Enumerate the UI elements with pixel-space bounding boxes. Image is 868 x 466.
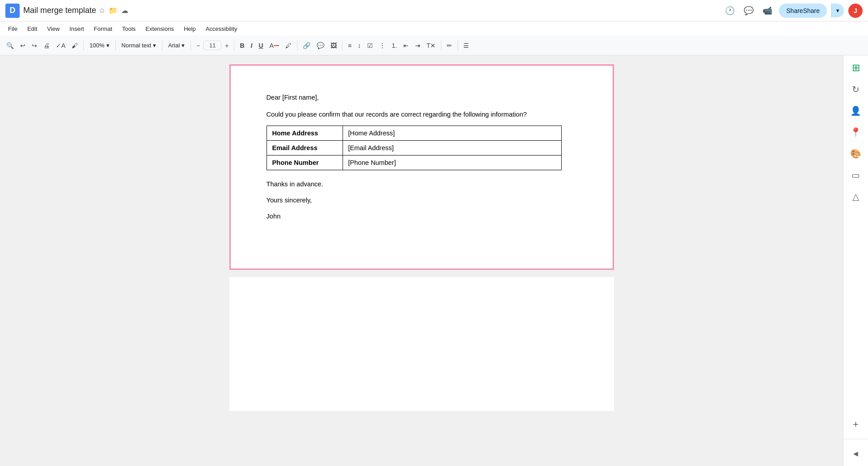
align-button[interactable]: ≡ xyxy=(345,40,354,51)
table-value-email: [Email Address] xyxy=(343,141,561,155)
expand-sidebar-icon[interactable]: ◀ xyxy=(847,445,865,462)
menu-extensions[interactable]: Extensions xyxy=(141,24,178,34)
font-size-decrease-button[interactable]: − xyxy=(194,40,203,51)
increase-indent-button[interactable]: ⇥ xyxy=(412,40,423,51)
doc-icon-letter: D xyxy=(10,6,16,15)
menu-format[interactable]: Format xyxy=(89,24,117,34)
title-bar: D Mail merge template ☆ 📁 ☁ 🕐 💬 📹 ShareS… xyxy=(0,0,868,21)
font-chevron-icon: ▾ xyxy=(182,42,185,49)
right-sidebar: ⊞ ↻ 👤 📍 🎨 ▭ △ + ◀ xyxy=(843,55,868,466)
greeting-text: Dear [First name], xyxy=(267,92,577,102)
font-size-increase-button[interactable]: + xyxy=(222,40,231,51)
font-size-input[interactable]: 11 xyxy=(203,41,221,50)
toolbar-divider-2 xyxy=(115,40,116,51)
paint-format-button[interactable]: 🖌 xyxy=(69,40,80,51)
title-icons: ☆ 📁 ☁ xyxy=(99,6,128,15)
font-value: Arial xyxy=(168,42,180,49)
folder-icon[interactable]: 📁 xyxy=(109,6,118,15)
redo-button[interactable]: ↪ xyxy=(29,40,40,51)
paragraph-style-chevron-icon: ▾ xyxy=(153,42,156,49)
image-button[interactable]: 🖼 xyxy=(328,40,339,51)
comments-button[interactable]: 💬 xyxy=(741,4,756,18)
paragraph-style-select[interactable]: Normal text ▾ xyxy=(119,41,159,50)
table-row: Home Address [Home Address] xyxy=(267,126,561,141)
toolbar-divider-6 xyxy=(297,40,297,51)
checklist-button[interactable]: ☑ xyxy=(364,40,376,51)
title-right: 🕐 💬 📹 ShareShare ▾ J xyxy=(723,4,863,18)
paragraph-style-value: Normal text xyxy=(122,42,151,49)
print-button[interactable]: 🖨 xyxy=(41,40,52,51)
closing1-text: Thanks in advance. xyxy=(267,179,577,189)
link-button[interactable]: 🔗 xyxy=(300,40,313,51)
maps-sidebar-icon[interactable]: 📍 xyxy=(847,123,865,141)
slides-sidebar-icon[interactable]: ▭ xyxy=(847,166,865,184)
spellcheck-button[interactable]: ✓A xyxy=(53,40,68,51)
toolbar-divider-5 xyxy=(234,40,234,51)
text-color-button[interactable]: A xyxy=(267,40,282,51)
drive-sidebar-icon[interactable]: △ xyxy=(847,188,865,206)
highlight-button[interactable]: 🖊 xyxy=(283,40,294,51)
numbered-list-button[interactable]: 1. xyxy=(389,40,400,51)
comment-button[interactable]: 💬 xyxy=(314,40,327,51)
share-dropdown[interactable]: ▾ xyxy=(831,4,844,17)
zoom-select[interactable]: 100% ▾ xyxy=(86,41,112,50)
font-select[interactable]: Arial ▾ xyxy=(165,41,188,50)
bullet-list-button[interactable]: ⋮ xyxy=(377,40,388,51)
table-value-phone: [Phone Number] xyxy=(343,155,561,170)
info-table: Home Address [Home Address] Email Addres… xyxy=(267,126,562,170)
toolbar-divider-9 xyxy=(457,40,458,51)
signature-text: John xyxy=(267,211,577,221)
loop-sidebar-icon[interactable]: ↻ xyxy=(847,80,865,98)
body-text: Could you please confirm that our record… xyxy=(267,109,577,119)
toolbar: 🔍 ↩ ↪ 🖨 ✓A 🖌 100% ▾ Normal text ▾ Arial … xyxy=(0,36,868,55)
underline-button[interactable]: U xyxy=(256,40,266,51)
italic-button[interactable]: I xyxy=(248,40,255,51)
cloud-icon[interactable]: ☁ xyxy=(121,6,128,15)
edit-mode-button[interactable]: ✏ xyxy=(444,40,455,51)
menu-view[interactable]: View xyxy=(42,24,64,34)
closing2-text: Yours sincerely, xyxy=(267,195,577,205)
bold-button[interactable]: B xyxy=(237,40,247,51)
menu-edit[interactable]: Edit xyxy=(23,24,42,34)
table-label-email: Email Address xyxy=(267,141,343,155)
menu-insert[interactable]: Insert xyxy=(65,24,89,34)
menu-help[interactable]: Help xyxy=(179,24,200,34)
doc-title[interactable]: Mail merge template xyxy=(23,6,96,15)
doc-area[interactable]: Dear [First name], Could you please conf… xyxy=(0,55,843,466)
menu-file[interactable]: File xyxy=(4,24,22,34)
doc-icon: D xyxy=(5,4,20,18)
document-page-2 xyxy=(229,277,614,411)
search-button[interactable]: 🔍 xyxy=(4,40,17,51)
toolbar-divider-3 xyxy=(162,40,162,51)
menu-accessibility[interactable]: Accessibility xyxy=(201,24,242,34)
table-row: Phone Number [Phone Number] xyxy=(267,155,561,170)
table-row: Email Address [Email Address] xyxy=(267,141,561,155)
add-sidebar-icon[interactable]: + xyxy=(847,416,865,433)
zoom-value: 100% xyxy=(89,42,104,49)
document-page-1: Dear [First name], Could you please conf… xyxy=(229,64,614,270)
table-value-home: [Home Address] xyxy=(343,126,561,141)
share-button[interactable]: ShareShare xyxy=(779,4,827,18)
history-button[interactable]: 🕐 xyxy=(723,4,737,18)
undo-button[interactable]: ↩ xyxy=(17,40,28,51)
star-icon[interactable]: ☆ xyxy=(99,6,105,15)
clear-format-button[interactable]: T✕ xyxy=(424,40,439,51)
toolbar-divider-4 xyxy=(191,40,191,51)
avatar[interactable]: J xyxy=(848,4,863,18)
contacts-sidebar-icon[interactable]: 👤 xyxy=(847,102,865,120)
table-label-home: Home Address xyxy=(267,126,343,141)
main-layout: Dear [First name], Could you please conf… xyxy=(0,55,868,466)
line-spacing-button[interactable]: ↕ xyxy=(355,40,364,51)
menu-tools[interactable]: Tools xyxy=(118,24,140,34)
brush-sidebar-icon[interactable]: 🎨 xyxy=(847,145,865,163)
toolbar-divider-8 xyxy=(441,40,441,51)
decrease-indent-button[interactable]: ⇤ xyxy=(401,40,411,51)
toolbar-divider-1 xyxy=(83,40,84,51)
zoom-chevron-icon: ▾ xyxy=(106,42,110,49)
meet-button[interactable]: 📹 xyxy=(760,4,775,18)
toolbar-divider-7 xyxy=(342,40,343,51)
outline-toggle-button[interactable]: ☰ xyxy=(461,40,472,51)
sheets-sidebar-icon[interactable]: ⊞ xyxy=(847,59,865,77)
menu-bar: File Edit View Insert Format Tools Exten… xyxy=(0,21,868,36)
table-label-phone: Phone Number xyxy=(267,155,343,170)
